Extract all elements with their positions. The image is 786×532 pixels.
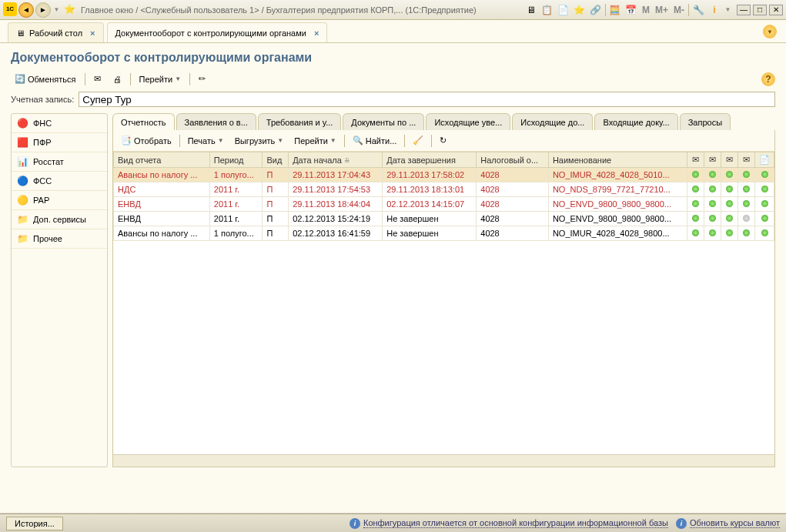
export-menu-button[interactable]: Выгрузить ▼ [232, 136, 287, 146]
table-row[interactable]: Авансы по налогу ...1 полуго...П29.11.20… [114, 168, 774, 182]
column-header[interactable]: Наименование [548, 152, 687, 168]
inner-tab[interactable]: Запросы [680, 113, 731, 130]
status-dot-cell [738, 212, 755, 226]
sidebar-item[interactable]: 🔵ФСС [12, 172, 107, 191]
calculator-icon[interactable]: 🧮 [608, 3, 622, 17]
table-row[interactable]: ЕНВД2011 г.П29.11.2013 18:44:0402.12.201… [114, 197, 774, 212]
filter-button[interactable]: 📑 Отобрать [118, 135, 175, 146]
status-column-header[interactable]: ✉ [687, 152, 704, 168]
close-button[interactable]: ✕ [769, 5, 783, 15]
tabs-dropdown-button[interactable]: ▼ [763, 25, 777, 38]
print-label: Печать [188, 136, 216, 146]
maximize-button[interactable]: □ [753, 5, 767, 15]
column-header[interactable]: Налоговый о... [477, 152, 549, 168]
memory-mminus-button[interactable]: M- [672, 5, 686, 15]
horizontal-scrollbar[interactable] [113, 454, 774, 467]
sidebar-item[interactable]: 🟥ПФР [12, 133, 107, 152]
sidebar-item[interactable]: 🔴ФНС [12, 114, 107, 133]
status-dot-cell [755, 197, 774, 212]
content-area: Документооборот с контролирующими органа… [0, 43, 786, 513]
inner-tab[interactable]: Отчетность [112, 113, 175, 130]
toolbar-link-icon[interactable]: 🔗 [589, 3, 603, 17]
inner-tab[interactable]: Исходящие уве... [426, 113, 510, 130]
nav-forward-button[interactable]: ► [35, 2, 51, 18]
column-header[interactable]: Вид [263, 152, 289, 168]
window-title: Главное окно / <Служебный пользователь 1… [76, 5, 524, 15]
inner-tab[interactable]: Заявления о в... [176, 113, 256, 130]
status-column-header[interactable]: ✉ [704, 152, 721, 168]
clear-filter-button[interactable]: 🧹 [410, 135, 426, 146]
nav-dropdown-icon[interactable]: ▼ [52, 2, 61, 18]
status-column-header[interactable]: ✉ [738, 152, 755, 168]
table-cell: 02.12.2013 16:41:59 [289, 226, 383, 241]
info-icon[interactable]: i [707, 3, 721, 17]
memory-m-button[interactable]: M [641, 5, 651, 15]
table-row[interactable]: Авансы по налогу ...1 полуго...П02.12.20… [114, 226, 774, 241]
status-config-warning[interactable]: i Конфигурация отличается от основной ко… [350, 518, 668, 529]
sidebar: 🔴ФНС🟥ПФР📊Росстат🔵ФСС🟡РАР📁Доп. сервисы📁Пр… [11, 113, 108, 467]
tab-document-flow[interactable]: Документооборот с контролирующими органа… [107, 22, 328, 42]
status-update-rates[interactable]: i Обновить курсы валют [676, 518, 780, 529]
print-menu-button[interactable]: Печать ▼ [185, 136, 227, 146]
reports-table: Вид отчетаПериодВидДата начала ≞Дата зав… [113, 152, 774, 241]
tools-icon[interactable]: 🔧 [691, 3, 705, 17]
find-label: Найти... [366, 136, 397, 146]
status-dot-green-icon [692, 200, 699, 207]
export-label: Выгрузить [235, 136, 276, 146]
toolbar-star-icon[interactable]: ⭐ [573, 3, 587, 17]
desktop-icon: 🖥 [16, 28, 25, 38]
table-cell: Не завершен [383, 226, 477, 241]
inner-tab[interactable]: Исходящие до... [512, 113, 593, 130]
status-dot-cell [687, 197, 704, 212]
edit-button[interactable]: ✏ [195, 72, 209, 85]
find-button[interactable]: 🔍 Найти... [350, 135, 400, 146]
exchange-button[interactable]: 🔄 Обменяться [11, 72, 80, 85]
column-header[interactable]: Период [209, 152, 263, 168]
favorite-icon[interactable]: ⭐ [62, 2, 76, 16]
toolbar-icon-1[interactable]: 🖥 [524, 3, 538, 17]
status-column-header[interactable]: 📄 [755, 152, 774, 168]
sidebar-item[interactable]: 📊Росстат [12, 152, 107, 172]
refresh-button[interactable]: ↻ [436, 135, 450, 146]
table-row[interactable]: НДС2011 г.П29.11.2013 17:54:5329.11.2013… [114, 182, 774, 197]
history-button[interactable]: История... [6, 517, 63, 530]
status-dot-green-icon [709, 200, 716, 207]
column-header[interactable]: Дата завершения [383, 152, 477, 168]
table-cell: П [263, 182, 289, 197]
inner-tab[interactable]: Требования и у... [258, 113, 341, 130]
sidebar-item[interactable]: 📁Прочее [12, 229, 107, 249]
minimize-button[interactable]: — [737, 5, 751, 15]
status-dot-cell [738, 197, 755, 212]
inner-tab[interactable]: Документы по ... [343, 113, 424, 130]
table-cell: 2011 г. [209, 182, 263, 197]
tab-close-icon[interactable]: × [314, 28, 319, 38]
separator [130, 73, 131, 85]
sidebar-item[interactable]: 🟡РАР [12, 191, 107, 210]
status-dot-cell [687, 168, 704, 182]
go-button[interactable]: Перейти ▼ [135, 73, 186, 85]
memory-mplus-button[interactable]: M+ [654, 5, 670, 15]
print-button[interactable]: 🖨 [109, 73, 125, 85]
table-cell: 29.11.2013 17:58:02 [383, 168, 477, 182]
nav-back-button[interactable]: ◄ [18, 2, 34, 18]
tab-desktop[interactable]: 🖥 Рабочий стол × [8, 22, 104, 42]
table-cell: NO_NDS_8799_7721_77210... [548, 182, 687, 197]
inner-tab[interactable]: Входящие доку... [594, 113, 677, 130]
help-button[interactable]: ? [761, 72, 775, 86]
toolbar-dropdown-icon[interactable]: ▼ [724, 2, 732, 18]
mail-button[interactable]: ✉ [90, 72, 105, 85]
sidebar-item[interactable]: 📁Доп. сервисы [12, 210, 107, 229]
table-cell: НДС [114, 182, 210, 197]
go-menu-button[interactable]: Перейти ▼ [291, 136, 339, 146]
column-header[interactable]: Дата начала ≞ [289, 152, 383, 168]
toolbar-icon-3[interactable]: 📄 [557, 3, 570, 17]
column-header[interactable]: Вид отчета [114, 152, 210, 168]
calendar-icon[interactable]: 📅 [624, 3, 638, 17]
tab-close-icon[interactable]: × [90, 28, 95, 38]
search-icon: 🔍 [353, 136, 363, 146]
toolbar-icon-2[interactable]: 📋 [540, 3, 554, 17]
sidebar-item-icon: 📁 [16, 233, 28, 245]
table-row[interactable]: ЕНВД2011 г.П02.12.2013 15:24:19Не заверш… [114, 212, 774, 226]
account-input[interactable] [79, 92, 775, 107]
status-column-header[interactable]: ✉ [721, 152, 738, 168]
